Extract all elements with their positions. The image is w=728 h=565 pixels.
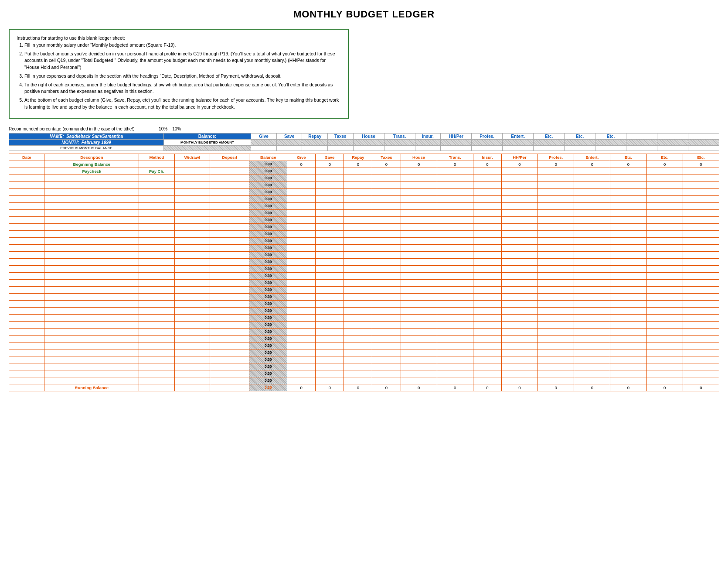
dr18-desc[interactable] — [44, 300, 139, 307]
dr28-wdrawl[interactable] — [174, 370, 210, 377]
dr9-desc[interactable] — [44, 237, 139, 244]
dr24-save[interactable] — [316, 342, 344, 349]
dr14-deposit[interactable] — [210, 272, 249, 279]
dr1-etc1[interactable] — [610, 181, 646, 188]
dr21-deposit[interactable] — [210, 321, 249, 328]
dr8-trans[interactable] — [437, 230, 473, 237]
dr25-entert[interactable] — [574, 349, 610, 356]
dr28-profes[interactable] — [538, 370, 574, 377]
dr16-trans[interactable] — [437, 286, 473, 293]
dr9-wdrawl[interactable] — [174, 237, 210, 244]
dr8-give[interactable] — [287, 230, 316, 237]
dr14-save[interactable] — [316, 272, 344, 279]
dr21-etc1[interactable] — [610, 321, 646, 328]
dr28-trans[interactable] — [437, 370, 473, 377]
pc-date[interactable] — [9, 168, 44, 175]
dr1-profes[interactable] — [538, 181, 574, 188]
dr0-entert[interactable] — [574, 175, 610, 181]
dr20-etc3[interactable] — [683, 314, 719, 321]
dr9-save[interactable] — [316, 237, 344, 244]
dr16-deposit[interactable] — [210, 286, 249, 293]
dr17-insur[interactable] — [473, 293, 501, 300]
dr22-profes[interactable] — [538, 328, 574, 335]
dr28-save[interactable] — [316, 370, 344, 377]
dr21-trans[interactable] — [437, 321, 473, 328]
dr21-hhper[interactable] — [501, 321, 537, 328]
dr28-method[interactable] — [139, 370, 174, 377]
dr25-hhper[interactable] — [501, 349, 537, 356]
dr22-date[interactable] — [9, 328, 44, 335]
dr3-repay[interactable] — [344, 195, 372, 202]
dr19-etc2[interactable] — [646, 307, 683, 314]
dr12-method[interactable] — [139, 258, 174, 265]
dr27-etc2[interactable] — [646, 363, 683, 370]
dr26-repay[interactable] — [344, 356, 372, 363]
dr3-insur[interactable] — [473, 195, 501, 202]
dr20-entert[interactable] — [574, 314, 610, 321]
dr1-wdrawl[interactable] — [174, 181, 210, 188]
dr19-taxes[interactable] — [372, 307, 401, 314]
dr11-give[interactable] — [287, 251, 316, 258]
dr12-give[interactable] — [287, 258, 316, 265]
dr19-repay[interactable] — [344, 307, 372, 314]
dr29-deposit[interactable] — [210, 377, 249, 384]
bb-deposit[interactable] — [210, 161, 249, 168]
dr20-etc1[interactable] — [610, 314, 646, 321]
dr11-profes[interactable] — [538, 251, 574, 258]
dr0-etc3[interactable] — [683, 175, 719, 181]
dr10-repay[interactable] — [344, 244, 372, 251]
dr3-desc[interactable] — [44, 195, 139, 202]
dr16-etc3[interactable] — [683, 286, 719, 293]
dr16-etc2[interactable] — [646, 286, 683, 293]
dr28-repay[interactable] — [344, 370, 372, 377]
dr17-date[interactable] — [9, 293, 44, 300]
dr17-entert[interactable] — [574, 293, 610, 300]
dr26-entert[interactable] — [574, 356, 610, 363]
dr19-etc1[interactable] — [610, 307, 646, 314]
dr18-etc3[interactable] — [683, 300, 719, 307]
dr0-method[interactable] — [139, 175, 174, 181]
dr17-profes[interactable] — [538, 293, 574, 300]
bb-method[interactable] — [139, 161, 174, 168]
dr1-taxes[interactable] — [372, 181, 401, 188]
dr15-etc2[interactable] — [646, 279, 683, 286]
dr17-etc1[interactable] — [610, 293, 646, 300]
dr10-wdrawl[interactable] — [174, 244, 210, 251]
dr29-insur[interactable] — [473, 377, 501, 384]
dr10-trans[interactable] — [437, 244, 473, 251]
dr17-repay[interactable] — [344, 293, 372, 300]
dr5-give[interactable] — [287, 209, 316, 216]
dr15-give[interactable] — [287, 279, 316, 286]
dr15-etc1[interactable] — [610, 279, 646, 286]
dr18-give[interactable] — [287, 300, 316, 307]
dr14-repay[interactable] — [344, 272, 372, 279]
dr15-date[interactable] — [9, 279, 44, 286]
dr11-desc[interactable] — [44, 251, 139, 258]
dr17-trans[interactable] — [437, 293, 473, 300]
pc-taxes[interactable] — [372, 168, 401, 175]
dr22-etc2[interactable] — [646, 328, 683, 335]
dr6-entert[interactable] — [574, 216, 610, 223]
dr2-desc[interactable] — [44, 188, 139, 195]
dr11-house[interactable] — [401, 251, 437, 258]
dr27-desc[interactable] — [44, 363, 139, 370]
dr19-trans[interactable] — [437, 307, 473, 314]
dr9-date[interactable] — [9, 237, 44, 244]
dr12-etc3[interactable] — [683, 258, 719, 265]
dr26-taxes[interactable] — [372, 356, 401, 363]
dr10-house[interactable] — [401, 244, 437, 251]
dr2-deposit[interactable] — [210, 188, 249, 195]
dr11-save[interactable] — [316, 251, 344, 258]
dr6-etc2[interactable] — [646, 216, 683, 223]
dr29-hhper[interactable] — [501, 377, 537, 384]
dr4-insur[interactable] — [473, 202, 501, 209]
dr26-date[interactable] — [9, 356, 44, 363]
dr15-entert[interactable] — [574, 279, 610, 286]
dr2-etc2[interactable] — [646, 188, 683, 195]
dr22-wdrawl[interactable] — [174, 328, 210, 335]
dr6-method[interactable] — [139, 216, 174, 223]
dr0-etc2[interactable] — [646, 175, 683, 181]
bb-date[interactable] — [9, 161, 44, 168]
dr9-profes[interactable] — [538, 237, 574, 244]
dr27-method[interactable] — [139, 363, 174, 370]
